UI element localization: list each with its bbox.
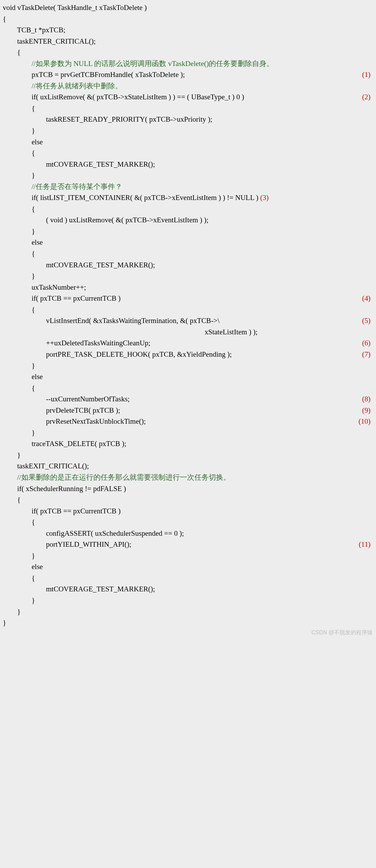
code-line: } <box>3 270 372 282</box>
code-text: prvDeleteTCB( pxTCB ); <box>3 405 120 416</box>
comment-line: //如果删除的是正在运行的任务那么就需要强制进行一次任务切换。 <box>3 472 372 483</box>
comment-line: //将任务从就绪列表中删除。 <box>3 80 372 92</box>
reference-number: (5) <box>219 315 372 326</box>
comment-line: //任务是否在等待某个事件？ <box>3 181 372 192</box>
code-line: else <box>3 371 372 382</box>
code-line: ++uxDeletedTasksWaitingCleanUp; (6) <box>3 337 372 349</box>
code-line: taskENTER_CRITICAL(); <box>3 36 372 47</box>
code-text: ++uxDeletedTasksWaitingCleanUp; <box>3 337 150 349</box>
code-line: { <box>3 248 372 259</box>
reference-number: (4) <box>121 293 372 304</box>
code-line: } <box>3 449 372 461</box>
code-line: mtCOVERAGE_TEST_MARKER(); <box>3 259 372 271</box>
code-line: else <box>3 237 372 248</box>
watermark-text: CSDN @不脱发的程序猿 <box>0 628 376 637</box>
code-line: uxTaskNumber++; <box>3 282 372 293</box>
reference-number: (6) <box>150 337 372 349</box>
code-line: prvDeleteTCB( pxTCB ); (9) <box>3 405 372 416</box>
code-line: ( void ) uxListRemove( &( pxTCB->xEventL… <box>3 214 372 226</box>
code-line: } <box>3 125 372 136</box>
code-line: { <box>3 147 372 159</box>
reference-number: (1) <box>185 69 372 80</box>
code-text: vListInsertEnd( &xTasksWaitingTerminatio… <box>3 315 219 326</box>
code-line: } <box>3 360 372 371</box>
reference-number: (2) <box>244 91 372 103</box>
code-line: } <box>3 226 372 237</box>
code-line: { <box>3 572 372 584</box>
code-line: if( uxListRemove( &( pxTCB->xStateListIt… <box>3 91 372 103</box>
code-line: taskEXIT_CRITICAL(); <box>3 460 372 472</box>
code-line: pxTCB = prvGetTCBFromHandle( xTaskToDele… <box>3 69 372 80</box>
code-line: } <box>3 595 372 606</box>
code-line: void vTaskDelete( TaskHandle_t xTaskToDe… <box>3 2 372 13</box>
reference-number: (9) <box>120 405 372 416</box>
code-line: if( pxTCB == pxCurrentTCB ) (4) <box>3 293 372 304</box>
code-text: pxTCB = prvGetTCBFromHandle( xTaskToDele… <box>3 69 185 80</box>
code-line: portYIELD_WITHIN_API(); (11) <box>3 539 372 550</box>
code-line: --uxCurrentNumberOfTasks; (8) <box>3 393 372 405</box>
comment-line: //如果参数为 NULL 的话那么说明调用函数 vTaskDelete()的任务… <box>3 58 372 69</box>
code-line: taskRESET_READY_PRIORITY( pxTCB->uxPrior… <box>3 114 372 125</box>
code-line: prvResetNextTaskUnblockTime(); (10) <box>3 416 372 427</box>
code-line: if( pxTCB == pxCurrentTCB ) <box>3 505 372 517</box>
code-line: mtCOVERAGE_TEST_MARKER(); <box>3 583 372 595</box>
code-text: if( pxTCB == pxCurrentTCB ) <box>3 293 121 304</box>
code-line: else <box>3 136 372 148</box>
code-line: } <box>3 170 372 181</box>
reference-number: (3) <box>260 193 269 202</box>
code-line: if( xSchedulerRunning != pdFALSE ) <box>3 483 372 494</box>
code-line: { <box>3 494 372 505</box>
code-line: } <box>3 606 372 617</box>
code-line: { <box>3 103 372 114</box>
reference-number: (10) <box>146 416 372 427</box>
code-text: if( listLIST_ITEM_CONTAINER( &( pxTCB->x… <box>3 193 260 202</box>
code-line: mtCOVERAGE_TEST_MARKER(); <box>3 159 372 170</box>
code-text: prvResetNextTaskUnblockTime(); <box>3 416 146 427</box>
code-line: xStateListItem ) ); <box>3 326 372 338</box>
code-line: traceTASK_DELETE( pxTCB ); <box>3 438 372 449</box>
code-line: configASSERT( uxSchedulerSuspended == 0 … <box>3 528 372 539</box>
reference-number: (11) <box>131 539 372 550</box>
reference-number: (7) <box>232 349 372 360</box>
code-text: portPRE_TASK_DELETE_HOOK( pxTCB, &xYield… <box>3 349 232 360</box>
code-line: { <box>3 516 372 528</box>
code-line: portPRE_TASK_DELETE_HOOK( pxTCB, &xYield… <box>3 349 372 360</box>
code-line: else <box>3 561 372 572</box>
code-line: vListInsertEnd( &xTasksWaitingTerminatio… <box>3 315 372 326</box>
reference-number: (8) <box>129 393 372 405</box>
code-line: } <box>3 427 372 438</box>
code-line: { <box>3 13 372 25</box>
code-line: TCB_t *pxTCB; <box>3 24 372 36</box>
code-line: { <box>3 304 372 315</box>
code-line: if( listLIST_ITEM_CONTAINER( &( pxTCB->x… <box>3 192 372 203</box>
code-text: portYIELD_WITHIN_API(); <box>3 539 131 550</box>
code-line: { <box>3 47 372 58</box>
code-line: { <box>3 203 372 215</box>
code-text: if( uxListRemove( &( pxTCB->xStateListIt… <box>3 91 244 103</box>
code-line: { <box>3 382 372 394</box>
code-block: void vTaskDelete( TaskHandle_t xTaskToDe… <box>0 0 376 631</box>
code-line: } <box>3 550 372 561</box>
code-text: --uxCurrentNumberOfTasks; <box>3 393 129 405</box>
code-line: } <box>3 617 372 628</box>
